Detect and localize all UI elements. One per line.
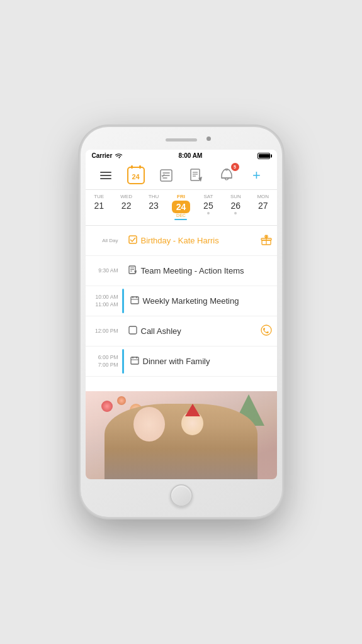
status-right	[257, 153, 270, 159]
event-content-team: Team Meeting - Action Items	[122, 256, 277, 286]
day-num-thu: 23	[149, 201, 159, 211]
photo-overlay	[86, 391, 277, 479]
photo-bg	[86, 391, 277, 479]
event-birthday[interactable]: All Day Birthday - Kate Harris	[86, 226, 277, 256]
status-time: 8:00 AM	[178, 152, 202, 159]
day-cell-thu[interactable]: THU 23	[140, 192, 167, 213]
gift-icon	[261, 234, 272, 248]
day-dot-sat	[207, 212, 210, 214]
wifi-icon	[115, 153, 123, 159]
day-label-sat: SAT	[203, 194, 213, 199]
status-left: Carrier	[92, 152, 123, 159]
day-sub-fri: DEC	[176, 213, 186, 218]
battery-fill	[259, 154, 269, 158]
camera-dot	[206, 136, 211, 141]
day-num-wed: 22	[122, 201, 132, 211]
event-time-allday: All Day	[86, 226, 122, 255]
bell-icon	[220, 169, 233, 182]
day-cell-sat[interactable]: SAT 25	[195, 192, 222, 217]
day-label-sun: SUN	[230, 194, 241, 199]
day-num-tue: 21	[94, 201, 104, 211]
checkbox-icon	[128, 235, 137, 246]
events-list: All Day Birthday - Kate Harris	[86, 226, 277, 391]
event-marketing[interactable]: 10:00 AM 11:00 AM Weekly Marketing Meeti…	[86, 286, 277, 316]
event-title-birthday: Birthday - Kate Harris	[141, 236, 257, 245]
event-team-meeting[interactable]: 9:30 AM Team Meeting - Action Items	[86, 256, 277, 286]
calendar-icon: 24	[127, 167, 145, 184]
day-label-mon: MON	[257, 194, 269, 199]
day-label-tue: TUE	[94, 194, 104, 199]
day-cell-sun[interactable]: SUN 26	[222, 192, 249, 217]
home-button[interactable]	[170, 484, 193, 507]
menu-button[interactable]	[96, 165, 116, 186]
phone-icon	[261, 325, 272, 338]
carrier-label: Carrier	[92, 152, 113, 159]
calendar-date: 24	[132, 173, 139, 180]
day-cell-wed[interactable]: WED 22	[113, 192, 140, 213]
svg-point-24	[261, 325, 271, 335]
status-bar: Carrier 8:00 AM	[86, 150, 277, 162]
event-content-dinner: Dinner with Family	[124, 347, 277, 376]
event-dinner[interactable]: 6:00 PM 7:00 PM Dinner with Family	[86, 347, 277, 377]
toolbar: 24	[86, 162, 277, 190]
calendar-button[interactable]: 24	[126, 165, 146, 186]
notes-icon	[189, 169, 203, 182]
event-title-marketing: Weekly Marketing Meeting	[143, 296, 272, 306]
day-label-wed: WED	[120, 194, 132, 199]
event-call-ashley[interactable]: 12:00 PM Call Ashley	[86, 316, 277, 347]
screen: Carrier 8:00 AM	[86, 150, 277, 479]
notifications-button[interactable]: 5	[217, 165, 237, 186]
day-label-thu: THU	[149, 194, 159, 199]
calendar-dinner-icon	[130, 356, 139, 367]
plus-icon: +	[252, 167, 261, 184]
svg-marker-8	[198, 177, 202, 182]
photo-section	[86, 391, 277, 479]
checklist-icon	[159, 169, 173, 182]
day-num-sat: 25	[203, 201, 213, 211]
event-content-call: Call Ashley	[122, 316, 277, 346]
event-time-dinner: 6:00 PM 7:00 PM	[86, 347, 122, 376]
phone-shell: Carrier 8:00 AM	[81, 127, 282, 517]
add-button[interactable]: +	[247, 165, 267, 186]
day-dot-sun	[234, 212, 237, 214]
svg-rect-19	[131, 297, 139, 304]
day-cell-tue[interactable]: TUE 21	[86, 192, 113, 213]
day-label-fri: FRI	[177, 194, 185, 199]
allday-label: All Day	[102, 237, 118, 244]
day-num-mon: 27	[258, 201, 268, 211]
checkbox-call-icon	[128, 326, 137, 336]
week-strip: TUE 21 WED 22 THU 23 FRI 24 DEC	[86, 190, 277, 226]
event-time-call: 12:00 PM	[86, 316, 122, 346]
event-time-marketing: 10:00 AM 11:00 AM	[86, 286, 122, 316]
calendar-event-icon	[130, 296, 139, 306]
day-num-sun: 26	[231, 201, 241, 211]
active-underline	[174, 219, 187, 220]
speaker	[166, 138, 197, 142]
svg-rect-4	[191, 169, 200, 180]
svg-rect-10	[129, 236, 137, 243]
notes-event-icon	[128, 265, 137, 276]
battery-icon	[257, 153, 270, 159]
event-title-team: Team Meeting - Action Items	[141, 266, 272, 275]
notes-button[interactable]	[186, 165, 206, 186]
day-cell-mon[interactable]: MON 27	[249, 192, 276, 213]
hamburger-icon	[100, 172, 111, 179]
event-time-team: 9:30 AM	[86, 256, 122, 286]
event-content-birthday: Birthday - Kate Harris	[122, 226, 277, 255]
phone-top	[86, 135, 277, 147]
event-content-marketing: Weekly Marketing Meeting	[124, 286, 277, 316]
checklist-button[interactable]	[156, 165, 176, 186]
svg-rect-25	[131, 357, 139, 364]
event-title-call: Call Ashley	[141, 326, 257, 336]
day-cell-fri[interactable]: FRI 24 DEC	[167, 192, 195, 223]
notification-badge: 5	[231, 163, 239, 171]
svg-rect-23	[129, 326, 137, 334]
day-num-fri: 24	[176, 202, 186, 212]
event-title-dinner: Dinner with Family	[143, 357, 272, 366]
